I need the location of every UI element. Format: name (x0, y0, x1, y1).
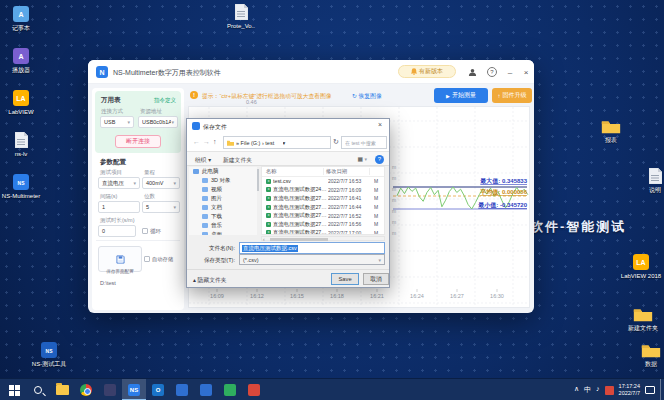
file-type: M (374, 187, 384, 193)
new-folder-button[interactable]: 新建文件夹 (223, 156, 252, 165)
restore-view-link[interactable]: ↻ 恢复图像 (352, 92, 382, 101)
dialog-footer: ▴ 隐藏文件夹 Save 取消 (187, 269, 389, 287)
taskbar-app-red[interactable] (242, 379, 266, 400)
autosave-checkbox[interactable]: 自动存储 (144, 256, 173, 263)
window-title: NS-Multimeter数字万用表控制软件 (113, 68, 221, 78)
tray-icon-2[interactable]: ♪ (596, 385, 600, 395)
sidebar-item-3D 对象[interactable]: 3D 对象 (189, 176, 257, 185)
update-badge[interactable]: 有新版本 (398, 65, 456, 78)
tray-icon-1[interactable]: 中 (584, 385, 591, 395)
filename-input[interactable]: 直流电压测试数据.csv (239, 242, 385, 254)
file-row-4[interactable]: x直流电压测试数据27-07-2022-16.52.10...2022/7/7 … (262, 211, 384, 220)
sidebar-item-下载[interactable]: 下载 (189, 212, 257, 221)
digits-select[interactable]: 5▾ (142, 201, 180, 213)
desktop-icon-9[interactable]: LALabVIEW 2018 (618, 252, 664, 280)
user-icon[interactable] (464, 64, 480, 80)
cancel-button[interactable]: 取消 (363, 273, 389, 285)
column-name[interactable]: 名称 (262, 168, 324, 175)
dialog-help-icon[interactable]: ? (375, 155, 384, 164)
sidebar-item-文档[interactable]: 文档 (189, 203, 257, 212)
interval-input[interactable]: 1 (98, 201, 140, 213)
filetype-select[interactable]: (*.csv)▾ (239, 254, 385, 265)
file-row-6[interactable]: x直流电压测试数据27-07-2022-17.00.40...2022/7/7 … (262, 229, 384, 235)
hide-folders-button[interactable]: ▴ 隐藏文件夹 (193, 276, 227, 285)
disconnect-button[interactable]: 断开连接 (115, 135, 161, 148)
search-box[interactable]: 在 test 中搜索 (341, 136, 387, 149)
file-row-5[interactable]: x直流电压测试数据27-07-2022-16.56.16...2022/7/7 … (262, 220, 384, 229)
desktop-icon-2[interactable]: LALabVIEW (0, 88, 44, 116)
taskbar-app-blue-1[interactable] (170, 379, 194, 400)
horizontal-scrollbar[interactable]: ‹ (261, 236, 385, 241)
sidebar-item-此电脑[interactable]: 此电脑 (189, 167, 257, 176)
tray-app-red-icon[interactable] (605, 386, 614, 395)
desktop-icon-10[interactable]: 新建文件夹 (620, 304, 664, 332)
forward-icon[interactable]: → (203, 138, 210, 145)
firmware-upgrade-button[interactable]: ↑固件升级 (492, 88, 532, 103)
desktop-icon-1[interactable]: A播放器 (0, 46, 44, 74)
desktop-icon-label: 数据 (628, 361, 664, 368)
taskbar-start[interactable] (2, 379, 26, 400)
help-icon[interactable]: ? (487, 67, 497, 77)
desktop-icon-label: 报表 (588, 137, 634, 144)
range-select[interactable]: 400mV▾ (142, 177, 180, 189)
column-date[interactable]: 修改日期 (324, 168, 370, 175)
taskbar-clock[interactable]: 17:17:24 2022/7/7 (619, 383, 640, 397)
desktop-icon-11[interactable]: 数据 (628, 340, 664, 368)
address-bar[interactable]: » File (G:) › test ▾ (223, 136, 331, 149)
taskbar-viewer[interactable] (98, 379, 122, 400)
sidebar-item-label: 桌面 (211, 231, 222, 235)
item-select[interactable]: 直流电压▾ (98, 177, 140, 189)
taskbar-app-green[interactable] (218, 379, 242, 400)
back-icon[interactable]: ← (193, 138, 200, 145)
sidebar-item-图片[interactable]: 图片 (189, 194, 257, 203)
refresh-icon[interactable]: ↻ (333, 138, 339, 146)
close-button[interactable]: × (518, 64, 534, 80)
sidebar-item-label: 图片 (211, 195, 222, 202)
desktop-icon-5[interactable]: NSNS-测试工具 (26, 340, 72, 368)
desktop-icon-6[interactable]: Prote_Vo.. (218, 2, 264, 30)
taskbar-search[interactable] (26, 379, 50, 400)
file-row-3[interactable]: x直流电压测试数据27-07-2022-16.44.11...2022/7/7 … (262, 203, 384, 212)
desktop-icon-8[interactable]: 说明 (632, 166, 664, 194)
loop-checkbox[interactable]: 循环 (142, 228, 161, 235)
play-icon: ▶ (446, 93, 450, 99)
sidebar-item-音乐[interactable]: 音乐 (189, 221, 257, 230)
taskbar-app-blue-2[interactable] (194, 379, 218, 400)
addr-select[interactable]: USB0c0b1A▾ (138, 116, 178, 128)
dialog-close-button[interactable]: × (374, 121, 386, 131)
sidebar-scrollbar[interactable] (257, 169, 259, 191)
desktop-icon-label: 记事本 (0, 25, 44, 32)
file-row-2[interactable]: x直流电压测试数据27-07-2022-16.41.07...2022/7/7 … (262, 194, 384, 203)
action-center-icon[interactable] (645, 386, 655, 394)
show-desktop-button[interactable] (660, 379, 662, 400)
tray-icon-0[interactable]: ∧ (574, 385, 579, 395)
desktop-icon-0[interactable]: A记事本 (0, 4, 44, 32)
taskbar-explorer[interactable] (50, 379, 74, 400)
app-logo-icon: N (96, 66, 108, 78)
minimize-button[interactable]: – (502, 64, 518, 80)
desktop-icon-4[interactable]: NSNS-Multimeter (0, 172, 44, 200)
save-button[interactable]: Save (331, 273, 359, 285)
duration-input[interactable]: 0 (98, 225, 136, 237)
organize-menu[interactable]: 组织 ▾ (195, 156, 211, 165)
scrollbar-thumb[interactable] (270, 238, 328, 241)
file-row-1[interactable]: x直流电压测试数据24小时15万次数据.csv2022/7/7 16:09M (262, 186, 384, 195)
define-link[interactable]: 指令定义 (154, 97, 176, 104)
sidebar-item-视频[interactable]: 视频 (189, 185, 257, 194)
view-mode-icon[interactable]: ▦ ▾ (357, 156, 367, 162)
taskbar-ns-app[interactable]: NS (122, 379, 146, 400)
taskbar-outlook[interactable]: O (146, 379, 170, 400)
clock-time: 17:17:24 (619, 383, 640, 390)
up-icon[interactable]: ↑ (213, 138, 217, 145)
save-config-button[interactable]: 保存界面配置 (98, 246, 142, 272)
conn-select[interactable]: USB▾ (100, 116, 134, 128)
sidebar-item-桌面[interactable]: 桌面 (189, 230, 257, 235)
scroll-left-icon[interactable]: ‹ (263, 236, 265, 242)
folder-icon (227, 140, 234, 146)
desktop-icon-3[interactable]: ns-lv (0, 130, 44, 158)
file-row-0[interactable]: xtest.csv2022/7/7 16:53M (262, 177, 384, 186)
app-green-icon (224, 384, 236, 396)
start-measure-button[interactable]: ▶开始测量 (434, 88, 488, 103)
desktop-icon-7[interactable]: 报表 (588, 116, 634, 144)
taskbar-chrome[interactable] (74, 379, 98, 400)
